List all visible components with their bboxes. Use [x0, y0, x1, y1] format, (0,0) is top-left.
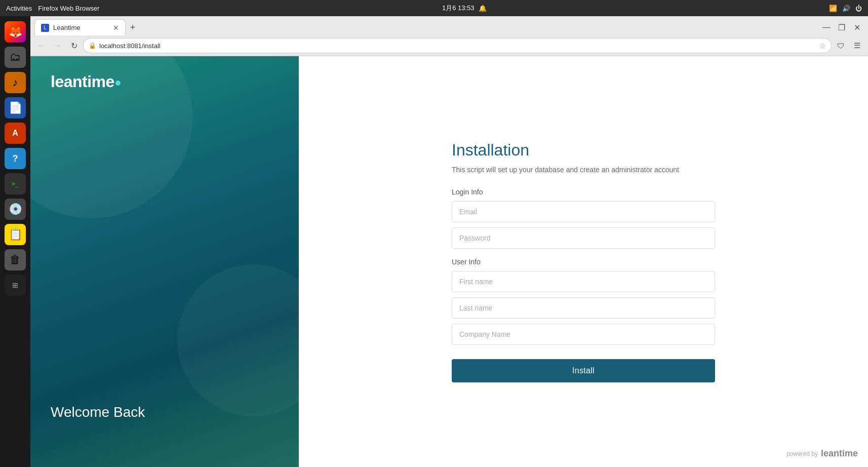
new-tab-button[interactable]: +	[126, 20, 140, 34]
welcome-text: Welcome Back	[51, 404, 279, 420]
terminal-icon[interactable]: >_	[5, 173, 26, 194]
datetime-label: 1月6 13:53	[442, 4, 475, 13]
writer-icon[interactable]: 📄	[5, 97, 26, 119]
tab-favicon-letter: L	[44, 25, 47, 30]
password-group	[452, 227, 715, 249]
tab-favicon: L	[41, 24, 49, 32]
browser-content: leantime Welcome Back Installation This …	[30, 56, 868, 467]
email-input[interactable]	[452, 201, 715, 222]
volume-icon: 🔊	[842, 5, 850, 12]
os-topbar: Activities Firefox Web Browser 1月6 13:53…	[0, 0, 868, 16]
user-info-label: User Info	[452, 258, 715, 266]
lastname-group	[452, 297, 715, 319]
trash-icon[interactable]: 🗑	[5, 249, 26, 270]
logo-dot	[115, 81, 121, 86]
maximize-button[interactable]: ❐	[835, 20, 849, 34]
install-button[interactable]: Install	[452, 359, 715, 382]
left-panel: leantime Welcome Back	[30, 56, 299, 467]
login-info-label: Login Info	[452, 188, 715, 196]
tab-title: Leantime	[53, 24, 80, 31]
minimize-button[interactable]: —	[819, 20, 834, 34]
company-group	[452, 324, 715, 345]
grid-icon[interactable]: ⊞	[5, 275, 26, 296]
app-name-label: Firefox Web Browser	[38, 5, 99, 12]
notes-icon[interactable]: 📋	[5, 224, 26, 245]
leantime-logo: leantime	[51, 72, 279, 91]
files-icon[interactable]: 🗂	[5, 47, 26, 68]
reload-button[interactable]: ↻	[67, 38, 81, 53]
right-panel: Installation This script will set up you…	[299, 56, 868, 467]
address-bar[interactable]: 🔒 localhost:8081/install ☆	[83, 38, 832, 53]
tab-close-button[interactable]: ✕	[113, 24, 119, 32]
password-input[interactable]	[452, 227, 715, 249]
nav-bar: ← → ↻ 🔒 localhost:8081/install ☆ 🛡 ☰	[30, 35, 868, 56]
firstname-input[interactable]	[452, 271, 715, 292]
powered-by-text: powered by	[786, 450, 818, 457]
powered-time: time	[839, 448, 858, 458]
appstore-icon[interactable]: A	[5, 123, 26, 144]
power-icon: ⏻	[855, 5, 862, 12]
browser-menu: 🛡 ☰	[834, 38, 864, 53]
shield-icon[interactable]: 🛡	[834, 38, 848, 53]
browser-window: L Leantime ✕ + — ❐ ✕ ← → ↻ 🔒 localhost:8…	[30, 16, 868, 467]
install-description: This script will set up your database an…	[452, 166, 715, 174]
dvd-icon[interactable]: 💿	[5, 199, 26, 220]
menu-icon[interactable]: ☰	[850, 38, 864, 53]
lastname-input[interactable]	[452, 297, 715, 319]
bookmark-icon[interactable]: ☆	[819, 41, 826, 51]
powered-lean: lean	[821, 448, 839, 458]
tab-bar: L Leantime ✕ + — ❐ ✕	[30, 16, 868, 35]
bell-icon: 🔔	[479, 5, 487, 12]
activities-label[interactable]: Activities	[6, 5, 32, 12]
logo-time: time	[82, 72, 114, 91]
logo-lean: lean	[51, 72, 82, 91]
email-group	[452, 201, 715, 222]
close-button[interactable]: ✕	[850, 20, 864, 34]
os-dock: 🦊 🗂 ♪ 📄 A ? >_ 💿 📋 🗑 ⊞	[0, 16, 30, 467]
firstname-group	[452, 271, 715, 292]
company-input[interactable]	[452, 324, 715, 345]
address-text: localhost:8081/install	[99, 42, 161, 50]
lock-icon: 🔒	[89, 42, 96, 49]
forward-button[interactable]: →	[51, 38, 65, 53]
install-title: Installation	[452, 141, 715, 160]
firefox-icon[interactable]: 🦊	[5, 21, 26, 43]
back-button[interactable]: ←	[34, 38, 49, 53]
powered-by: powered by leantime	[786, 448, 858, 459]
network-icon: 📶	[829, 5, 837, 12]
browser-chrome: L Leantime ✕ + — ❐ ✕ ← → ↻ 🔒 localhost:8…	[30, 16, 868, 56]
powered-logo: leantime	[821, 448, 858, 459]
music-icon[interactable]: ♪	[5, 72, 26, 93]
install-form: Installation This script will set up you…	[452, 141, 715, 382]
help-icon[interactable]: ?	[5, 148, 26, 169]
browser-tab[interactable]: L Leantime ✕	[34, 19, 126, 35]
